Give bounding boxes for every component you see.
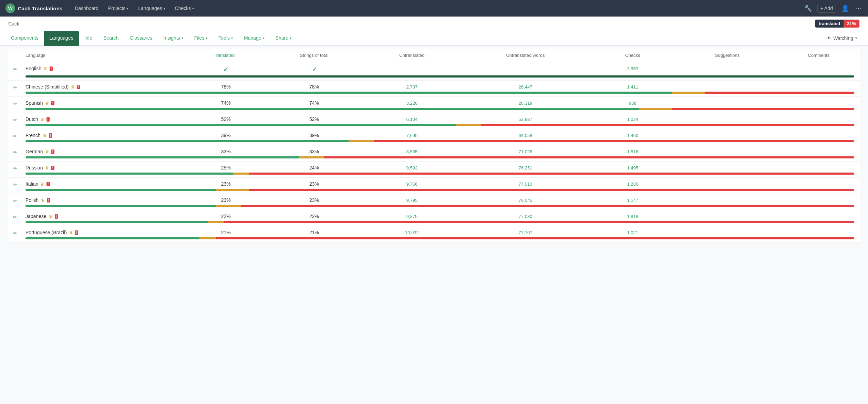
cell-checks[interactable]: 1,495 — [589, 162, 677, 172]
cell-strings[interactable]: 74% — [267, 97, 362, 107]
language-name[interactable]: Russian♛! — [25, 165, 179, 170]
cell-untranslated-words[interactable]: 76,251 — [462, 162, 588, 172]
cell-checks[interactable]: 1,021 — [589, 226, 677, 237]
cell-translated[interactable]: 23% — [185, 194, 267, 205]
cell-untranslated-words[interactable]: 64,058 — [462, 129, 588, 140]
language-name[interactable]: Italian♛! — [25, 181, 179, 187]
cell-translated[interactable]: 39% — [185, 129, 267, 140]
cell-untranslated-words[interactable]: 77,080 — [462, 210, 588, 221]
cell-untranslated[interactable]: 9,875 — [361, 210, 462, 221]
breadcrumb[interactable]: Cacti — [8, 21, 19, 27]
cell-strings[interactable]: 23% — [267, 178, 362, 188]
cell-untranslated[interactable]: 9,592 — [361, 162, 462, 172]
tab-files[interactable]: Files ▾ — [189, 31, 213, 46]
language-name[interactable]: Portuguese (Brazil)♛! — [25, 230, 179, 235]
edit-icon[interactable]: ✏ — [13, 182, 17, 187]
app-logo[interactable]: W Cacti Translations — [6, 3, 62, 13]
tab-info[interactable]: Info — [79, 31, 98, 46]
language-name[interactable]: French♛! — [25, 133, 179, 138]
cell-untranslated-words[interactable]: 71,026 — [462, 145, 588, 156]
cell-strings[interactable]: 22% — [267, 210, 362, 221]
edit-icon[interactable]: ✏ — [13, 166, 17, 171]
cell-strings[interactable]: 39% — [267, 129, 362, 140]
cell-translated[interactable]: 52% — [185, 113, 267, 124]
language-name[interactable]: Chinese (Simplified)♛! — [25, 84, 179, 90]
language-name[interactable]: Dutch♛! — [25, 116, 179, 122]
cell-untranslated-words[interactable] — [462, 62, 588, 75]
cell-checks[interactable]: 1,818 — [589, 210, 677, 221]
cell-untranslated[interactable]: 3,226 — [361, 97, 462, 107]
cell-strings[interactable]: ✓ — [267, 62, 362, 75]
edit-icon[interactable]: ✏ — [13, 117, 17, 123]
tab-share[interactable]: Share ▾ — [270, 31, 297, 46]
cell-untranslated-words[interactable]: 76,045 — [462, 194, 588, 205]
cell-translated[interactable]: 21% — [185, 226, 267, 237]
cell-untranslated[interactable]: 9,766 — [361, 178, 462, 188]
cell-untranslated-words[interactable]: 77,707 — [462, 226, 588, 237]
language-name[interactable]: German♛! — [25, 149, 179, 154]
tab-search[interactable]: Search — [98, 31, 124, 46]
cell-strings[interactable]: 52% — [267, 113, 362, 124]
cell-untranslated-words[interactable]: 77,010 — [462, 178, 588, 188]
cell-untranslated[interactable]: 2,737 — [361, 81, 462, 91]
cell-translated[interactable]: 33% — [185, 145, 267, 156]
edit-icon[interactable]: ✏ — [13, 149, 17, 155]
nav-projects[interactable]: Projects ▾ — [104, 3, 133, 13]
cell-strings[interactable]: 33% — [267, 145, 362, 156]
cell-strings[interactable]: 23% — [267, 194, 362, 205]
nav-languages[interactable]: Languages ▾ — [134, 3, 169, 13]
cell-translated[interactable]: 23% — [185, 178, 267, 188]
cell-strings[interactable]: 21% — [267, 226, 362, 237]
cell-untranslated[interactable]: 10,032 — [361, 226, 462, 237]
cell-untranslated-words[interactable]: 26,319 — [462, 97, 588, 107]
cell-checks[interactable]: 1,147 — [589, 194, 677, 205]
edit-icon[interactable]: ✏ — [13, 101, 17, 106]
language-name[interactable]: Japanese♛! — [25, 214, 179, 219]
cell-untranslated[interactable]: 7,690 — [361, 129, 462, 140]
watching-button[interactable]: 👁 Watching ▾ — [821, 31, 862, 45]
cell-untranslated[interactable]: 8,535 — [361, 145, 462, 156]
cell-checks[interactable]: 3,953 — [589, 62, 677, 75]
cell-checks[interactable]: 1,516 — [589, 145, 677, 156]
user-avatar[interactable]: 👤 — [840, 3, 850, 13]
nav-checks[interactable]: Checks ▾ — [171, 3, 198, 13]
edit-icon[interactable]: ✏ — [13, 85, 17, 90]
language-name[interactable]: Polish♛! — [25, 197, 179, 203]
col-header-translated[interactable]: Translated ↑ — [185, 49, 267, 62]
tab-manage[interactable]: Manage ▾ — [238, 31, 270, 46]
tab-components[interactable]: Components — [6, 31, 44, 46]
edit-icon[interactable]: ✏ — [13, 66, 17, 72]
edit-icon[interactable]: ✏ — [13, 133, 17, 139]
tab-tools[interactable]: Tools ▾ — [213, 31, 238, 46]
tab-languages[interactable]: Languages — [44, 31, 79, 46]
cell-untranslated-words[interactable]: 26,447 — [462, 81, 588, 91]
cell-strings[interactable]: 78% — [267, 81, 362, 91]
edit-icon[interactable]: ✏ — [13, 214, 17, 220]
cell-checks[interactable]: 1,024 — [589, 113, 677, 124]
edit-icon[interactable]: ✏ — [13, 230, 17, 236]
cell-checks[interactable]: 1,411 — [589, 81, 677, 91]
tab-insights[interactable]: Insights ▾ — [158, 31, 189, 46]
cell-checks[interactable]: 1,286 — [589, 178, 677, 188]
language-name[interactable]: Spanish♛! — [25, 100, 179, 106]
cell-checks[interactable]: 938 — [589, 97, 677, 107]
cell-strings[interactable]: 24% — [267, 162, 362, 172]
cell-untranslated-words[interactable]: 53,887 — [462, 113, 588, 124]
cell-untranslated[interactable]: 9,795 — [361, 194, 462, 205]
progress-segment-green — [25, 140, 349, 142]
nav-dashboard[interactable]: Dashboard — [71, 3, 103, 13]
cell-untranslated[interactable]: 6,104 — [361, 113, 462, 124]
edit-icon[interactable]: ✏ — [13, 198, 17, 204]
tab-glossaries[interactable]: Glossaries — [124, 31, 158, 46]
cell-translated[interactable]: 25% — [185, 162, 267, 172]
cell-translated[interactable]: 78% — [185, 81, 267, 91]
cell-translated[interactable]: 22% — [185, 210, 267, 221]
cell-checks[interactable]: 1,460 — [589, 129, 677, 140]
cell-untranslated[interactable] — [361, 62, 462, 75]
add-button[interactable]: + Add — [817, 4, 836, 13]
language-name[interactable]: English♛! — [25, 66, 179, 71]
more-options-icon[interactable]: ··· — [855, 3, 862, 13]
cell-translated[interactable]: 74% — [185, 97, 267, 107]
search-icon[interactable]: 🔧 — [803, 3, 813, 13]
cell-translated[interactable]: ✓ — [185, 62, 267, 75]
